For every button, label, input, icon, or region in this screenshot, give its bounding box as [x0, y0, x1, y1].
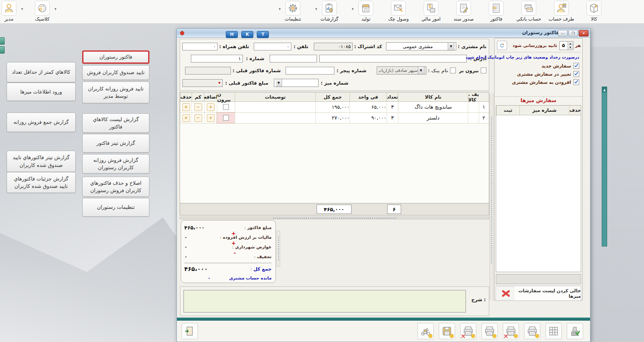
sidebar-button-گزارش-تیتر-فاکتور[interactable]: گزارش تیتر فاکتور: [82, 134, 149, 153]
delete-row-icon[interactable]: ×: [182, 114, 190, 122]
horizontal-splitter[interactable]: [180, 217, 489, 219]
scrollbar-up-arrow[interactable]: ▲: [602, 87, 607, 92]
t-button[interactable]: T: [257, 31, 269, 38]
toolbar-left-item-0[interactable]: مدیر: [0, 1, 20, 22]
grid-header-4[interactable]: توضیحات: [235, 92, 315, 101]
sidebar-button-فاکتور-رستوران[interactable]: فاکتور رستوران: [82, 50, 149, 64]
address-field[interactable]: [319, 55, 467, 62]
auto-print-checkbox-2[interactable]: [573, 79, 579, 85]
grid-header-6[interactable]: في واحد: [350, 92, 386, 101]
table-grid-icon[interactable]: [545, 323, 562, 339]
minimize-button[interactable]: —: [558, 30, 568, 36]
stepper-down-icon[interactable]: ▼: [568, 45, 573, 49]
takeout-row-checkbox[interactable]: [223, 115, 229, 121]
exit-door-icon[interactable]: [182, 323, 198, 339]
dropdown-arrow-icon[interactable]: ▾: [54, 7, 57, 11]
sidebar-button-تایید-فروش-روزانه-کاربران-توسط-مدیر[interactable]: تایید فروش روزانه کاربران توسط مدیر: [82, 82, 149, 103]
sidebar-button-اصلاح-و-حذف-فاکتورهاي-کاربران-فروش-رستوران[interactable]: اصلاح و حذف فاکتورهاي کاربران فروش رستور…: [82, 177, 149, 197]
decrease-qty-icon[interactable]: −: [194, 114, 202, 122]
takeout-row-checkbox[interactable]: [223, 104, 229, 110]
grid-header-7[interactable]: تعداد: [386, 92, 398, 101]
toolbar-item-3[interactable]: فاکتور: [485, 1, 507, 22]
print-money-icon[interactable]: [503, 323, 519, 339]
summary-splitter-handle[interactable]: [277, 231, 280, 266]
clear-x-icon[interactable]: [498, 286, 514, 300]
grid-header-0[interactable]: حذف: [180, 92, 192, 101]
dropdown-arrow-icon[interactable]: ▾: [351, 7, 355, 11]
edge-mini-icon-2[interactable]: [0, 46, 5, 54]
notes-cell[interactable]: [235, 102, 315, 112]
toolbar-item-9[interactable]: تنظیمات: [282, 1, 304, 22]
table-row[interactable]: ×−+۱۹۵,۰۰۰۶۵,۰۰۰۳ساندویچ هات داگ۱: [180, 102, 489, 113]
refresh-seconds-stepper[interactable]: ۵ ▲▼: [559, 41, 573, 50]
address-extra-field[interactable]: [270, 55, 317, 62]
sidebar-button-گزارش-جزئیات-فاکتورهاي-تایید-صندوق-شده-کاربران[interactable]: گزارش جزئیات فاکتورهاي تایید صندوق شده ک…: [7, 172, 76, 193]
description-input[interactable]: [184, 290, 466, 312]
edge-mini-icon-1[interactable]: [0, 37, 5, 45]
grid-header-8[interactable]: نام کالا: [398, 92, 468, 101]
dropdown-arrow-icon[interactable]: ▾: [314, 7, 318, 11]
window-titlebar[interactable]: H K T فاکتور رستوران — ❐ ✕: [177, 29, 590, 38]
clear-orders-button[interactable]: خالی کردن لیست سفارشات میزها: [496, 286, 581, 301]
toolbar-item-8[interactable]: گزارشات: [318, 1, 341, 22]
toolbar-item-4[interactable]: صدور سند: [452, 1, 475, 22]
decrease-qty-icon[interactable]: −: [194, 103, 202, 111]
auto-print-checkbox-1[interactable]: [573, 71, 579, 77]
delete-row-icon[interactable]: ×: [182, 103, 190, 111]
vertical-splitter[interactable]: [490, 94, 493, 300]
chevron-down-icon[interactable]: ▼: [448, 43, 454, 50]
print-plain-icon[interactable]: [524, 323, 540, 339]
toolbar-item-0[interactable]: کالا: [583, 1, 605, 22]
toolbar-item-6[interactable]: وصول چک: [387, 1, 410, 22]
sidebar-button-گزارش-تیتر-فاکتورهاي-تایید-صندوق-شده-کاربران[interactable]: گزارش تیتر فاکتورهاي تایید صندوق شده کار…: [7, 151, 76, 172]
toolbar-item-5[interactable]: امور مالي: [420, 1, 442, 22]
dropdown-arrow-icon[interactable]: ▾: [20, 7, 24, 11]
refresh-icon[interactable]: [497, 41, 507, 50]
toolbar-item-2[interactable]: حساب بانکي: [518, 1, 540, 22]
takeout-checkbox[interactable]: [481, 68, 486, 73]
courier-checkbox[interactable]: [450, 68, 456, 73]
chevron-down-icon[interactable]: ▼: [276, 79, 282, 87]
orders-header-0[interactable]: ثبت: [496, 106, 519, 115]
pager-number-field[interactable]: [286, 67, 334, 75]
delivery-scooter-icon[interactable]: [417, 323, 434, 339]
orders-header-1[interactable]: شماره میز: [519, 106, 569, 115]
number-field[interactable]: ۱: [191, 55, 243, 62]
stepper-up-icon[interactable]: ▲: [568, 42, 573, 45]
grid-header-1[interactable]: کم: [192, 92, 204, 101]
grid-header-2[interactable]: اضافه: [204, 92, 217, 101]
save-floppy-icon[interactable]: [439, 323, 455, 339]
toolbar-item-7[interactable]: تولید: [355, 1, 377, 22]
table-number-combo[interactable]: ▼: [274, 79, 319, 87]
sidebar-button-گزارش-جمع-فروش-روزانه[interactable]: گزارش جمع فروش روزانه: [7, 113, 76, 132]
toolbar-item-1[interactable]: طرف حساب: [550, 1, 573, 22]
close-button[interactable]: ✕: [579, 30, 589, 36]
grid-header-5[interactable]: جمع کل: [315, 92, 350, 101]
grid-header-3[interactable]: ن بیرون: [217, 92, 235, 101]
print-copy-icon[interactable]: [481, 323, 498, 339]
dropdown-arrow-icon[interactable]: ▾: [278, 7, 282, 11]
orders-header-2[interactable]: حذف: [569, 106, 581, 115]
phone-field[interactable]: ۰: [254, 43, 291, 50]
customer-name-combo[interactable]: ▼ مشتری عمومی: [386, 42, 456, 50]
stamp-confirm-icon[interactable]: [567, 323, 583, 339]
toolbar-left-item-1[interactable]: کلاسیک: [31, 1, 54, 22]
sidebar-button-گزارش-لیست-کالاهاي-فاکتور[interactable]: گزارش لیست کالاهاي فاکتور: [82, 113, 149, 133]
mobile-field[interactable]: ۰: [182, 43, 218, 50]
notes-cell[interactable]: [235, 113, 315, 123]
table-row[interactable]: ×−+۲۷۰,۰۰۰۹۰,۰۰۰۳دلستر۲: [180, 113, 489, 123]
print-cancel-icon[interactable]: [460, 323, 476, 339]
increase-qty-icon[interactable]: +: [207, 103, 215, 111]
screen-scrollbar[interactable]: ▲: [602, 87, 607, 247]
increase-qty-icon[interactable]: +: [207, 114, 215, 122]
grid-header-9[interactable]: یف . کالا: [468, 92, 488, 101]
sidebar-button-گزارش-فروش-روزانه-کاربران-رستوران[interactable]: گزارش فروش روزانه کاربران رستوران: [82, 154, 149, 174]
sidebar-button-کالاهاي-کمتر-از-حداقل-تعداد[interactable]: کالاهاي کمتر از حداقل تعداد: [7, 62, 76, 82]
maximize-button[interactable]: ❐: [568, 30, 578, 36]
auto-print-checkbox-0[interactable]: [573, 63, 579, 69]
sidebar-button-ورود-اطلاعات-میزها[interactable]: ورود اطلاعات میزها: [7, 83, 76, 101]
sidebar-button-تنظیمات-رستوران[interactable]: تنظیمات رستوران: [82, 198, 149, 217]
sidebar-button-تایید-صندوق-کاربران-فروش[interactable]: تایید صندوق کاربران فروش: [82, 65, 149, 80]
courier-combo[interactable]: ▼ سپهر صادقی (بازاریاب: [377, 66, 426, 75]
k-button[interactable]: K: [241, 31, 253, 38]
